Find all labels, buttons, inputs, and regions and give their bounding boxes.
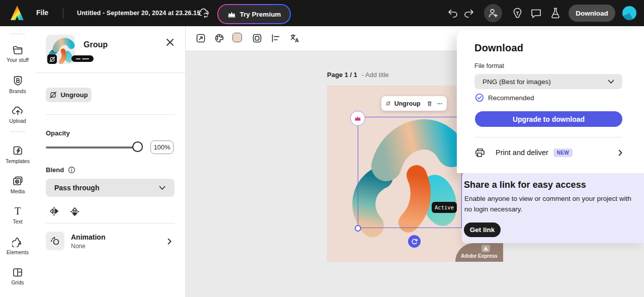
file-menu[interactable]: File xyxy=(36,9,48,17)
chevron-right-icon xyxy=(618,150,622,156)
thumbnail-tag xyxy=(71,55,94,62)
sidebar-item-media[interactable]: Media xyxy=(0,176,35,194)
sidebar-item-brands[interactable]: Brands xyxy=(0,75,35,94)
new-badge: NEW xyxy=(553,148,573,157)
adobe-express-logo-tile xyxy=(481,245,490,252)
share-promo-body: Enable anyone to view or comment on your… xyxy=(464,194,632,215)
cloud-upload-icon xyxy=(12,106,24,116)
opacity-label: Opacity xyxy=(46,129,70,137)
active-collaborator-badge: Active xyxy=(432,202,457,213)
animation-row[interactable]: Animation None xyxy=(46,232,175,252)
rail-divider xyxy=(10,131,25,132)
crown-icon xyxy=(227,11,236,18)
panel-divider xyxy=(35,72,185,73)
download-panel: Download File format PNG (Best for image… xyxy=(457,30,644,173)
opacity-slider[interactable] xyxy=(46,146,141,148)
frame-icon[interactable] xyxy=(252,33,262,43)
templates-icon xyxy=(12,145,23,156)
share-promo-title: Share a link for easy access xyxy=(464,180,586,190)
sidebar-item-grids[interactable]: Grids xyxy=(0,267,35,285)
panel-title: Group xyxy=(84,40,108,49)
svg-text:T: T xyxy=(15,206,21,216)
page-indicator: Page 1 / 1 - Add title xyxy=(327,71,389,79)
grids-icon xyxy=(12,267,23,277)
flip-vertical-icon[interactable] xyxy=(70,206,79,217)
sidebar-item-elements[interactable]: Elements xyxy=(0,237,35,255)
panel-divider xyxy=(474,137,622,137)
group-panel: Group Ungroup Opacity 100% Blend Pass th… xyxy=(35,26,186,297)
opacity-slider-handle[interactable] xyxy=(132,141,143,152)
try-premium-button[interactable]: Try Premium xyxy=(217,4,291,24)
rail-divider xyxy=(10,34,25,34)
selection-handle-bottom-left[interactable] xyxy=(355,225,361,232)
animation-icon xyxy=(46,232,64,250)
resize-icon[interactable] xyxy=(196,33,206,43)
close-icon[interactable] xyxy=(165,37,175,47)
align-icon[interactable] xyxy=(271,33,281,43)
file-format-label: File format xyxy=(474,62,504,69)
ungroup-button[interactable]: Ungroup xyxy=(46,88,92,102)
blend-select[interactable]: Pass through xyxy=(46,179,175,197)
premium-crown-badge[interactable] xyxy=(350,111,365,126)
ungroup-icon xyxy=(49,91,57,99)
sidebar-item-templates[interactable]: Templates xyxy=(0,145,35,164)
sidebar-item-your-stuff[interactable]: Your stuff xyxy=(0,45,35,63)
panel-divider xyxy=(46,223,175,224)
undo-icon[interactable] xyxy=(447,8,459,18)
rotate-handle[interactable] xyxy=(408,235,421,248)
group-badge-icon xyxy=(47,54,57,64)
more-options-icon[interactable] xyxy=(437,103,442,105)
brand-shield-icon xyxy=(13,75,23,86)
topbar-divider xyxy=(63,8,63,19)
cloud-sync-icon[interactable] xyxy=(198,8,210,19)
lightbulb-icon[interactable] xyxy=(512,7,523,19)
animation-label: Animation xyxy=(71,233,105,241)
media-icon xyxy=(12,176,24,186)
print-deliver-row[interactable]: Print and deliver NEW xyxy=(475,146,622,159)
context-toolbar: Ungroup xyxy=(381,96,447,111)
flip-horizontal-icon[interactable] xyxy=(49,206,59,216)
sidebar-item-text[interactable]: T Text xyxy=(0,206,35,225)
crown-icon xyxy=(354,115,361,121)
upgrade-download-button[interactable]: Upgrade to download xyxy=(475,111,622,127)
panel-divider xyxy=(46,114,175,115)
top-bar: File Untitled - September 20, 2024 at 23… xyxy=(0,0,644,26)
beaker-icon[interactable] xyxy=(550,7,560,19)
chevron-down-icon xyxy=(608,80,614,84)
user-avatar[interactable] xyxy=(622,6,636,20)
folder-icon xyxy=(12,45,23,55)
redo-icon[interactable] xyxy=(463,8,475,18)
document-title[interactable]: Untitled - September 20, 2024 at 23.26.1… xyxy=(77,10,200,17)
get-link-button[interactable]: Get link xyxy=(464,222,501,237)
watermark-label: Adobe Express xyxy=(455,253,503,259)
comment-icon[interactable] xyxy=(530,8,542,19)
add-collaborator-icon xyxy=(488,8,499,18)
share-promo: Share a link for easy access Enable anyo… xyxy=(462,173,644,243)
background-color-swatch[interactable] xyxy=(232,33,242,42)
file-format-select[interactable]: PNG (Best for images) xyxy=(474,74,622,89)
ungroup-icon[interactable] xyxy=(386,100,391,107)
adobe-express-logo[interactable] xyxy=(11,6,24,20)
blend-label: Blend xyxy=(46,166,64,174)
animation-value: None xyxy=(71,243,86,250)
trash-icon[interactable] xyxy=(427,100,432,108)
sidebar-item-upload[interactable]: Upload xyxy=(0,106,35,124)
download-button[interactable]: Download xyxy=(569,5,615,22)
palette-icon[interactable] xyxy=(214,33,224,43)
check-circle-icon xyxy=(475,93,484,102)
opacity-value[interactable]: 100% xyxy=(150,140,174,154)
try-premium-label: Try Premium xyxy=(240,11,281,18)
chevron-down-icon xyxy=(159,186,166,190)
context-ungroup-button[interactable]: Ungroup xyxy=(394,100,421,107)
info-icon[interactable] xyxy=(68,166,75,174)
printer-icon xyxy=(475,147,485,158)
recommended-status: Recommended xyxy=(475,93,534,102)
elements-icon xyxy=(12,237,23,247)
chevron-right-icon xyxy=(168,238,172,245)
text-icon: T xyxy=(13,206,23,216)
add-title-button[interactable]: - Add title xyxy=(362,71,389,79)
add-collaborator-button[interactable] xyxy=(484,4,502,22)
translate-icon[interactable]: A xyxy=(290,33,300,43)
download-panel-title: Download xyxy=(474,42,523,54)
svg-text:A: A xyxy=(295,37,299,43)
